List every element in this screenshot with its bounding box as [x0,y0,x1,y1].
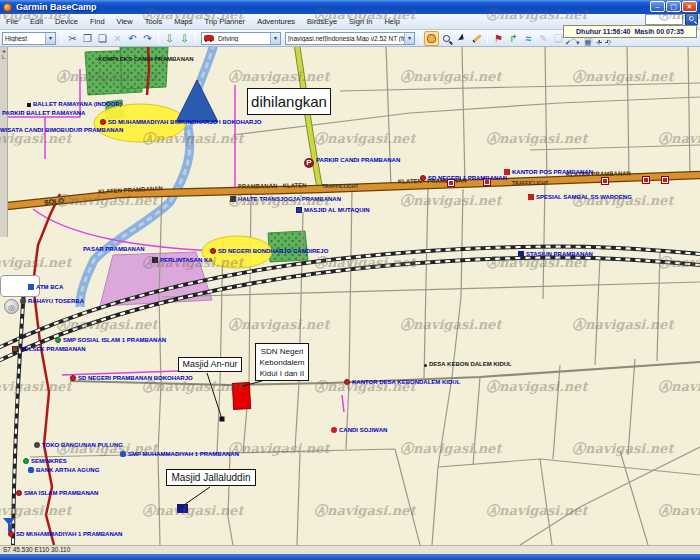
coordinates-readout: S7 45.530 E110 30.110 [3,546,70,553]
erase-icon[interactable]: ✎ [536,31,551,46]
prayer-name-time: Dhuhur 11:56:40 [576,28,630,35]
shop-icon [34,442,40,448]
taskbar-edge [0,554,700,560]
poi-label: KANTOR POS PRAMBANAN [504,169,593,175]
poi-label: KANTOR DESA KEBONDALEM KIDUL [344,379,460,385]
callout-dihilangkan: dihilangkan [247,88,331,115]
menu-help[interactable]: Help [378,14,405,30]
poi-label: PARKIR CANDI PRAMBANAN [304,157,400,168]
poi-label: POLSEK PRAMBANAN [12,346,86,352]
title-bar[interactable]: Garmin BaseCamp – ▢ ✕ [0,0,700,14]
bank-icon [28,467,34,473]
menu-find[interactable]: Find [84,14,111,30]
poi-label: PASAR PRAMBANAN [83,246,145,252]
calendar-icon[interactable]: ▦ [584,39,591,47]
gear-icon[interactable]: ◎ [4,299,19,314]
measure-tool[interactable] [469,31,484,46]
restaurant-icon [662,177,668,183]
menu-tools[interactable]: Tools [139,14,169,30]
maximize-button[interactable]: ▢ [666,1,681,12]
status-bar: S7 45.530 E110 30.110 [0,545,700,554]
menu-sign-in[interactable]: Sign In [343,14,378,30]
menu-device[interactable]: Device [49,14,84,30]
copy-icon[interactable]: ❐ [80,31,95,46]
school-icon [420,175,426,181]
left-panel-collapsed[interactable]: ◂L [0,47,8,237]
atm-icon [28,284,34,290]
poi-icon [23,458,29,464]
minimize-button[interactable]: – [650,1,665,12]
zoom-tool[interactable] [439,31,454,46]
poi-label: SD MUHAMMADIYAH 1 PRAMBANAN [8,531,122,537]
callout-masjid-jallaluddin: Masjid Jallaluddin [166,469,256,486]
poi-label: PERLINTASAN KA [152,257,213,263]
poi-label: RAHAYU TOSERBA [20,298,84,304]
pan-hand-tool[interactable] [424,31,439,46]
bus-stop-icon [230,196,236,202]
cut-icon[interactable]: ✂ [65,31,80,46]
poi-label: TRAFFICLIGHT [512,181,548,186]
road-label: PRAMBANAN - KLATEN [238,182,307,189]
callout-masjid-annur: Masjid An-nur [178,357,242,372]
mosque-icon [296,207,302,213]
school-icon [55,337,61,343]
chevron-down-icon[interactable]: ▾ [576,39,580,47]
school-icon [120,451,126,457]
menu-view[interactable]: View [111,14,139,30]
prayer-widget-toolbar: ✔ ▾ ▦ ✛ ? [565,39,611,47]
redo-icon[interactable]: ↷ [140,31,155,46]
export-icon[interactable]: ⇩ [177,31,192,46]
poi-label: SPESIAL SAMBAL SS WAROENG [528,194,632,200]
map-product-select[interactable]: [navigasi.net]Indonesia Map v2.52 NT (fr… [285,32,415,45]
poi-label: PARKIR BALLET RAMAYANA [2,110,85,116]
poi-label: SMP SOSIAL ISLAM 1 PRAMBANAN [55,337,166,343]
close-button[interactable]: ✕ [682,1,697,12]
menu-birdseye[interactable]: BirdsEye [301,14,343,30]
menu-adventures[interactable]: Adventures [251,14,301,30]
poi-label: SD NEGERI 1 PRAMBANAN [420,175,507,181]
callout-sdn-kebondalem: SDN Negeri Kebondalem Kidul I dan II [255,343,309,381]
chevron-down-icon[interactable]: ▾ [270,33,280,44]
magnifier-icon [443,35,450,42]
help-icon[interactable]: ? [607,39,611,47]
paste-icon[interactable]: ❏ [95,31,110,46]
new-track-tool[interactable]: ≈ [521,31,536,46]
new-waypoint-tool[interactable]: ⚑ [491,31,506,46]
poi-label: KOMPLEKS CANDI PRAMBANAN [98,56,194,62]
menu-maps[interactable]: Maps [168,14,198,30]
poi-label: TOKO BANGUNAN PULUNG [34,442,123,448]
activity-profile-select[interactable]: Driving▾ [201,32,281,45]
prayer-time-tooltip: Dhuhur 11:56:40 Masih 00 07:35 [563,25,697,38]
school-icon [210,248,216,254]
detail-level-select[interactable]: Highest▾ [2,32,56,45]
new-route-tool[interactable]: ↱ [506,31,521,46]
undo-icon[interactable]: ↶ [125,31,140,46]
app-icon [3,3,12,12]
chevron-down-icon[interactable]: ▾ [45,33,55,44]
hand-icon [427,34,436,43]
car-icon [204,35,214,41]
plus-icon[interactable]: ✛ [596,39,602,47]
filter-funnel-icon[interactable] [3,518,15,525]
search-input[interactable] [645,14,683,25]
poi-label: DESA KEBON DALEM KIDUL [424,361,512,367]
poi-label: ATM BCA [28,284,63,290]
menu-edit[interactable]: Edit [24,14,49,30]
delete-icon[interactable]: ✕ [110,31,125,46]
menu-file[interactable]: File [0,14,24,30]
poi-label: CANDI SOJIWAN [331,427,387,433]
map-canvas[interactable]: ◂L ◎ SOLO KLATEN PRAMBANAN PRAMBANAN - K… [0,47,700,545]
parking-icon [304,158,314,168]
menu-trip-planner[interactable]: Trip Planner [199,14,252,30]
poi-label: SMP MUHAMMADIYAH 1 PRAMBANAN [120,451,239,457]
basecamp-window: Garmin BaseCamp – ▢ ✕ File Edit Device F… [0,0,700,560]
poi-label: BANK ARTHA AGUNG [28,467,99,473]
chevron-down-icon[interactable]: ▾ [404,33,414,44]
select-tool[interactable] [454,31,469,46]
check-icon[interactable]: ✔ [565,39,571,47]
poi-label: SD MUHAMMADIYAH BURUNGHARJO I BOKOHARJO [100,119,261,125]
cursor-icon [458,34,466,43]
school-icon [16,490,22,496]
import-icon[interactable]: ⇩ [162,31,177,46]
poi-label: WISATA CANDI BIMOBUDUR PRAMBANAN [0,127,123,133]
